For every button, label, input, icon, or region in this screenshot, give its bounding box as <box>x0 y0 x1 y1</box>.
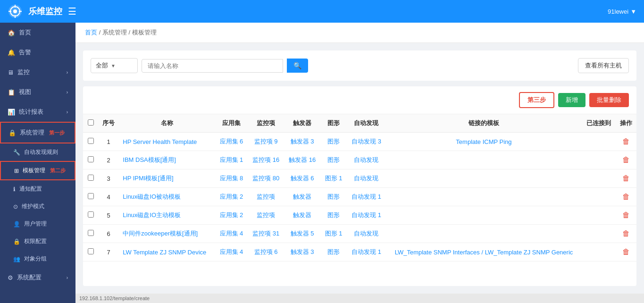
row-name-link[interactable]: Linux磁盘IO主动模板 <box>123 211 181 219</box>
row-graph-link[interactable]: 图形 1 <box>325 230 343 237</box>
sidebar-item-maintenance[interactable]: ⊙ 维护模式 <box>0 198 75 215</box>
row-action: 🗑 <box>616 151 636 169</box>
delete-icon[interactable]: 🗑 <box>622 193 630 201</box>
row-monitor-link[interactable]: 监控项 9 <box>254 138 278 145</box>
row-graph-link[interactable]: 图形 <box>327 193 340 200</box>
row-select-checkbox[interactable] <box>88 230 94 236</box>
row-select-checkbox[interactable] <box>88 156 94 162</box>
sidebar-item-monitor[interactable]: 🖥 监控 › <box>0 62 75 82</box>
sidebar-item-user[interactable]: 👤 用户管理 <box>0 215 75 233</box>
row-linked-template: LW_Template SNMP Interfaces / LW_Templat… <box>386 243 582 261</box>
row-trigger-link[interactable]: 触发器 16 <box>289 156 316 163</box>
row-name: HP IPMI模板[通用] <box>119 169 215 188</box>
view-all-button[interactable]: 查看所有主机 <box>578 58 629 73</box>
row-monitor-link[interactable]: 监控项 6 <box>254 248 278 255</box>
delete-icon[interactable]: 🗑 <box>622 211 630 219</box>
table-row: 2 IBM DSA模板[通用] 应用集 1 监控项 16 触发器 16 图形 自… <box>83 151 636 169</box>
row-name-link[interactable]: HP Server Health Template <box>123 138 197 145</box>
row-name-link[interactable]: LW Template ZJ SNMP Device <box>123 249 206 256</box>
delete-icon[interactable]: 🗑 <box>622 248 630 256</box>
select-all-checkbox[interactable] <box>88 119 94 126</box>
sidebar: 🏠 首页 🔔 告警 🖥 监控 › 📋 视图 › 📊 统计报表 › 🔒 系统管理 … <box>0 23 75 303</box>
row-appset-link[interactable]: 应用集 4 <box>220 248 243 255</box>
row-trigger-link[interactable]: 触发器 6 <box>291 175 314 182</box>
row-monitor-link[interactable]: 监控项 <box>257 211 275 219</box>
filter-select[interactable]: 全部 ▼ <box>91 58 138 73</box>
sidebar-item-system[interactable]: 🔒 系统管理 第一步 <box>0 122 75 143</box>
row-monitor: 监控项 80 <box>248 169 284 188</box>
row-auto-discover-link[interactable]: 自动发现 3 <box>351 138 381 145</box>
delete-icon[interactable]: 🗑 <box>622 229 630 237</box>
row-monitor-link[interactable]: 监控项 16 <box>252 156 279 163</box>
user-menu[interactable]: 91lewei ▼ <box>608 8 636 15</box>
menu-toggle-icon[interactable]: ☰ <box>68 6 76 17</box>
batch-delete-button[interactable]: 批量删除 <box>589 93 629 107</box>
row-auto-discover: 自动发现 1 <box>347 188 386 206</box>
add-button[interactable]: 新增 <box>558 93 585 107</box>
row-select-checkbox[interactable] <box>88 193 94 199</box>
row-select-checkbox[interactable] <box>88 138 94 144</box>
row-linked-template-link[interactable]: Template ICMP Ping <box>456 138 511 145</box>
row-trigger-link[interactable]: 触发器 <box>293 193 311 200</box>
row-auto-discover-link[interactable]: 自动发现 <box>354 156 378 163</box>
row-name-link[interactable]: HP IPMI模板[通用] <box>123 175 173 182</box>
row-trigger-link[interactable]: 触发器 <box>293 211 311 219</box>
col-header-action: 操作 <box>616 114 636 133</box>
sidebar-label-auto-discover: 自动发现规则 <box>24 148 58 156</box>
row-monitor-link[interactable]: 监控项 <box>257 193 275 200</box>
sidebar-item-auto-discover[interactable]: 🔧 自动发现规则 <box>0 143 75 161</box>
row-appset-link[interactable]: 应用集 4 <box>220 230 243 237</box>
sidebar-label-permission: 权限配置 <box>24 237 47 245</box>
row-graph-link[interactable]: 图形 <box>327 138 340 145</box>
search-input[interactable] <box>142 59 283 73</box>
row-auto-discover-link[interactable]: 自动发现 1 <box>351 211 381 219</box>
delete-icon[interactable]: 🗑 <box>622 174 630 182</box>
row-name-link[interactable]: Linux磁盘IO被动模板 <box>123 193 181 200</box>
row-seq: 3 <box>98 169 119 188</box>
sidebar-item-sys-config[interactable]: ⚙ 系统配置 › <box>0 268 75 287</box>
row-select-checkbox[interactable] <box>88 248 94 254</box>
row-auto-discover-link[interactable]: 自动发现 <box>354 230 378 237</box>
row-monitor: 监控项 16 <box>248 151 284 169</box>
row-appset-link[interactable]: 应用集 8 <box>220 175 243 182</box>
row-appset-link[interactable]: 应用集 6 <box>220 138 243 145</box>
delete-icon[interactable]: 🗑 <box>622 137 630 145</box>
sidebar-item-permission[interactable]: 🔒 权限配置 <box>0 233 75 250</box>
sidebar-label-template: 模板管理 <box>23 167 45 175</box>
row-auto-discover-link[interactable]: 自动发现 1 <box>351 193 381 200</box>
row-monitor-link[interactable]: 监控项 80 <box>252 175 279 182</box>
breadcrumb-home[interactable]: 首页 <box>85 29 97 36</box>
row-select-checkbox[interactable] <box>88 211 94 218</box>
row-appset-link[interactable]: 应用集 2 <box>220 193 243 200</box>
row-trigger-link[interactable]: 触发器 5 <box>291 230 314 237</box>
row-graph-link[interactable]: 图形 <box>327 156 340 163</box>
step-button[interactable]: 第三步 <box>519 92 554 108</box>
row-name-link[interactable]: 中间件zookeeper模板[通用] <box>123 230 198 237</box>
row-monitor-link[interactable]: 监控项 31 <box>252 230 279 237</box>
sidebar-item-home[interactable]: 🏠 首页 <box>0 23 75 42</box>
sidebar-item-notify[interactable]: ℹ 通知配置 <box>0 180 75 198</box>
row-trigger-link[interactable]: 触发器 3 <box>291 248 314 255</box>
sidebar-item-stats[interactable]: 📊 统计报表 › <box>0 102 75 122</box>
row-graph-link[interactable]: 图形 <box>327 248 340 255</box>
row-seq: 1 <box>98 133 119 151</box>
row-graph-link[interactable]: 图形 1 <box>325 175 343 182</box>
delete-icon[interactable]: 🗑 <box>622 156 630 164</box>
row-select-checkbox[interactable] <box>88 175 94 181</box>
row-auto-discover: 自动发现 <box>347 225 386 243</box>
row-graph: 图形 1 <box>320 225 347 243</box>
sidebar-item-template[interactable]: ⊞ 模板管理 第二步 <box>0 161 75 180</box>
search-button[interactable]: 🔍 <box>287 59 308 73</box>
row-trigger-link[interactable]: 触发器 3 <box>291 138 314 145</box>
row-auto-discover-link[interactable]: 自动发现 <box>354 175 378 182</box>
row-appset-link[interactable]: 应用集 1 <box>220 156 243 163</box>
row-name: Linux磁盘IO主动模板 <box>119 206 215 225</box>
sidebar-item-group[interactable]: 👥 对象分组 <box>0 250 75 268</box>
sidebar-item-alert[interactable]: 🔔 告警 <box>0 42 75 62</box>
row-linked-template-link[interactable]: LW_Template SNMP Interfaces / LW_Templat… <box>395 249 573 256</box>
row-graph-link[interactable]: 图形 <box>327 211 340 219</box>
row-auto-discover-link[interactable]: 自动发现 1 <box>351 248 381 255</box>
row-appset-link[interactable]: 应用集 2 <box>220 211 243 219</box>
sidebar-item-view[interactable]: 📋 视图 › <box>0 82 75 102</box>
row-name-link[interactable]: IBM DSA模板[通用] <box>123 156 176 163</box>
